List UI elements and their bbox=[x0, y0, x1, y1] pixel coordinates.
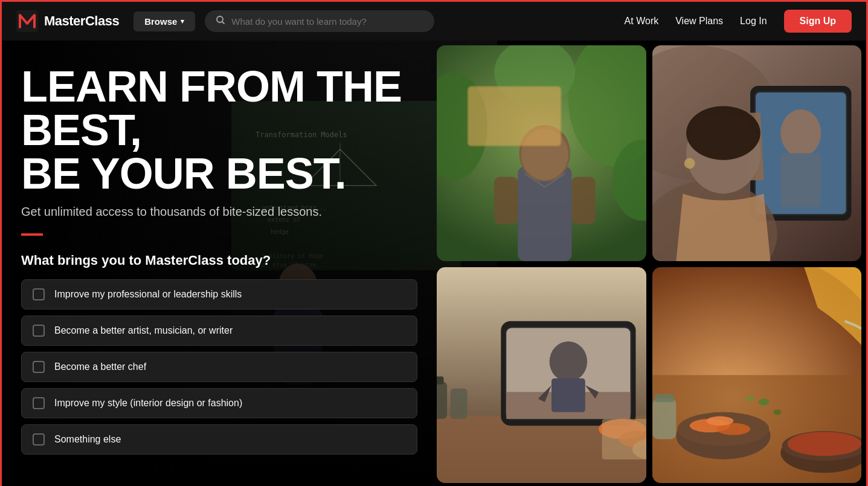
svg-rect-26 bbox=[469, 87, 561, 145]
option-professional[interactable]: Improve my professional or leadership sk… bbox=[21, 279, 417, 309]
masterclass-logo-icon bbox=[16, 10, 38, 32]
svg-point-66 bbox=[773, 409, 781, 415]
hero-subtitle: Get unlimited access to thousands of bit… bbox=[21, 205, 417, 219]
search-input[interactable] bbox=[231, 16, 413, 27]
question-title: What brings you to MasterClass today? bbox=[21, 253, 417, 268]
option-artist[interactable]: Become a better artist, musician, or wri… bbox=[21, 316, 417, 346]
checkbox-artist[interactable] bbox=[33, 325, 45, 337]
image-grid bbox=[437, 45, 861, 483]
svg-point-61 bbox=[706, 416, 733, 426]
svg-point-67 bbox=[745, 396, 755, 401]
svg-point-39 bbox=[684, 158, 695, 169]
search-icon bbox=[216, 15, 225, 27]
svg-point-64 bbox=[787, 432, 861, 456]
svg-rect-28 bbox=[571, 177, 595, 224]
option-professional-label: Improve my professional or leadership sk… bbox=[54, 289, 242, 300]
logo-text: MasterClass bbox=[44, 13, 119, 29]
svg-rect-69 bbox=[654, 394, 674, 402]
divider bbox=[21, 233, 43, 236]
svg-rect-35 bbox=[780, 154, 821, 207]
options-list: Improve my professional or leadership sk… bbox=[21, 279, 417, 455]
checkbox-chef[interactable] bbox=[33, 361, 45, 373]
logo[interactable]: MasterClass bbox=[16, 10, 119, 32]
option-style[interactable]: Improve my style (interior design or fas… bbox=[21, 388, 417, 418]
svg-rect-42 bbox=[437, 382, 447, 419]
right-panel bbox=[437, 40, 866, 486]
login-link[interactable]: Log In bbox=[740, 16, 767, 27]
option-chef-label: Become a better chef bbox=[54, 361, 146, 372]
svg-point-34 bbox=[780, 109, 821, 157]
svg-rect-54 bbox=[602, 419, 646, 459]
option-style-label: Improve my style (interior design or fas… bbox=[54, 398, 242, 409]
option-artist-label: Become a better artist, musician, or wri… bbox=[54, 325, 233, 336]
svg-rect-27 bbox=[494, 177, 518, 224]
svg-rect-43 bbox=[437, 377, 443, 384]
hero-title: LEARN FROM THE BEST, BE YOUR BEST. bbox=[21, 65, 417, 195]
option-other[interactable]: Something else bbox=[21, 424, 417, 455]
browse-label: Browse bbox=[144, 16, 177, 27]
image-food-ingredients bbox=[652, 267, 862, 483]
checkbox-professional[interactable] bbox=[33, 288, 45, 300]
svg-point-65 bbox=[758, 399, 769, 406]
image-man-plants bbox=[437, 45, 646, 261]
main-content: Transformation Models understand braz...… bbox=[2, 40, 866, 486]
option-other-label: Something else bbox=[54, 434, 121, 445]
browse-button[interactable]: Browse ▾ bbox=[133, 11, 195, 31]
view-plans-link[interactable]: View Plans bbox=[675, 16, 723, 27]
svg-point-49 bbox=[550, 342, 587, 382]
signup-button[interactable]: Sign Up bbox=[784, 10, 852, 33]
option-chef[interactable]: Become a better chef bbox=[21, 352, 417, 382]
svg-rect-44 bbox=[451, 389, 468, 419]
checkbox-style[interactable] bbox=[33, 397, 45, 409]
search-bar bbox=[205, 10, 434, 32]
svg-rect-50 bbox=[551, 378, 585, 412]
chevron-down-icon: ▾ bbox=[181, 18, 184, 25]
navigation: MasterClass Browse ▾ At Work View Plans … bbox=[2, 2, 866, 40]
checkbox-other[interactable] bbox=[33, 433, 45, 446]
image-chef-tablet bbox=[437, 267, 646, 483]
image-woman-tablet bbox=[652, 45, 862, 261]
at-work-link[interactable]: At Work bbox=[625, 16, 659, 27]
svg-point-38 bbox=[686, 106, 760, 160]
svg-rect-68 bbox=[652, 399, 676, 439]
nav-right: At Work View Plans Log In Sign Up bbox=[625, 10, 852, 33]
svg-line-2 bbox=[222, 22, 224, 24]
left-panel: LEARN FROM THE BEST, BE YOUR BEST. Get u… bbox=[2, 40, 437, 486]
